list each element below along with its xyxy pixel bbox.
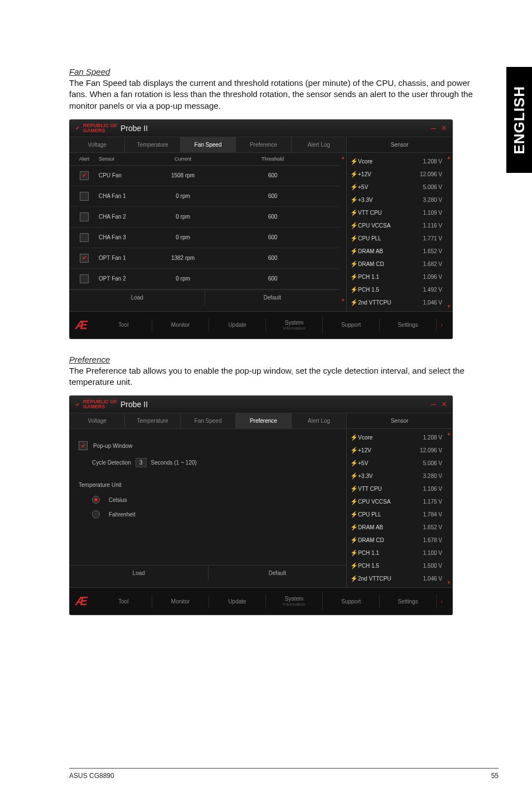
alert-checkbox[interactable] [80,274,89,283]
fan-speed-heading: Fan Speed [69,67,476,76]
sensor-row: ⚡2nd VTTCPU1.046 V [347,572,446,585]
alert-checkbox[interactable] [80,233,89,242]
bolt-icon: ⚡ [350,549,358,557]
fan-row: ✔CPU Fan1508 rpm600 [70,166,340,186]
fan-sensor-name: OPT Fan 2 [96,276,158,282]
footer-sysinfo-l1: System [285,320,303,326]
footer-sysinfo[interactable]: System Information [266,316,323,334]
fan-threshold-value[interactable]: 600 [208,234,337,240]
footer-monitor[interactable]: Monitor [152,318,209,331]
sensor-name: 2nd VTTCPU [358,299,411,306]
scroll-up-icon[interactable]: ▲ [447,431,451,436]
bolt-icon: ⚡ [350,524,358,531]
col-alert-header: Alert [72,156,96,162]
bolt-icon: ⚡ [350,260,358,268]
sensor-name: Vcore [358,434,411,441]
alert-checkbox[interactable]: ✔ [80,254,89,263]
tab-temperature[interactable]: Temperature [125,137,180,152]
tab-fan-speed[interactable]: Fan Speed [181,413,236,428]
popup-checkbox[interactable]: ✔ [79,441,88,450]
fan-threshold-value[interactable]: 600 [208,193,337,199]
footer-tool[interactable]: Tool [95,318,152,331]
sensor-scrollbar[interactable]: ▲ ▼ [446,153,452,311]
col-sensor-header: Sensor [96,156,158,162]
tab-alert-log[interactable]: Alert Log [292,413,346,428]
sensor-value: 5.006 V [411,184,442,190]
sensor-value: 3.280 V [411,197,442,203]
sensor-scrollbar[interactable]: ▲ ▼ [446,429,452,587]
fahrenheit-radio[interactable] [92,510,100,518]
sensor-row: ⚡+12V12.096 V [347,168,446,181]
celsius-radio[interactable] [92,496,100,504]
footer-update[interactable]: Update [209,595,266,608]
default-button[interactable]: Default [209,566,347,581]
close-button[interactable]: × [442,123,447,133]
fan-sensor-name: CPU Fan [96,172,158,178]
tab-preference[interactable]: Preference [236,137,291,152]
sensor-row: ⚡DRAM CD1.682 V [347,258,446,270]
load-button[interactable]: Load [70,290,205,305]
scroll-up-icon[interactable]: ▲ [447,155,451,160]
footer-support[interactable]: Support [323,595,380,608]
alert-checkbox[interactable]: ✔ [80,171,89,180]
scroll-down-icon[interactable]: ▼ [341,298,345,303]
minimize-button[interactable]: – [431,399,436,409]
fahrenheit-row[interactable]: Fahrenheit [78,507,338,521]
sensor-name: DRAM AB [358,248,411,254]
footer-chevron-icon[interactable]: › [437,598,447,605]
footer-product: ASUS CG8890 [69,772,114,780]
tab-voltage[interactable]: Voltage [70,413,125,428]
fan-threshold-value[interactable]: 600 [208,172,337,178]
sensor-panel-header: Sensor [347,137,452,153]
close-button[interactable]: × [442,399,447,409]
main-tabs: Voltage Temperature Fan Speed Preference… [70,137,346,153]
footer-update[interactable]: Update [209,318,266,331]
footer-tool[interactable]: Tool [95,595,152,608]
scroll-up-icon[interactable]: ▲ [341,155,345,160]
scrollbar[interactable]: ▲ ▼ [340,153,346,305]
fan-row: ✔OPT Fan 11382 rpm600 [70,248,340,269]
sensor-value: 1.784 V [411,511,442,518]
fan-speed-description: The Fan Speed tab displays the current a… [69,78,476,112]
footer-support[interactable]: Support [323,318,380,331]
fan-threshold-value[interactable]: 600 [208,255,337,261]
footer-settings[interactable]: Settings [380,595,437,608]
app-title: Probe II [120,124,148,133]
footer-settings[interactable]: Settings [380,318,437,331]
footer-sysinfo[interactable]: System Information [266,592,323,610]
sensor-row: ⚡Vcore1.208 V [347,155,446,168]
sensor-row: ⚡Vcore1.208 V [347,431,446,444]
footer-chevron-icon[interactable]: › [437,322,447,328]
bolt-icon: ⚡ [350,196,358,204]
sensor-row: ⚡CPU PLL1.784 V [347,508,446,521]
tab-temperature[interactable]: Temperature [125,413,180,428]
scroll-down-icon[interactable]: ▼ [447,304,451,309]
celsius-row[interactable]: Celsius [78,492,338,507]
fan-threshold-value[interactable]: 600 [208,276,337,282]
load-button[interactable]: Load [70,566,209,581]
fan-current-value: 1382 rpm [158,255,208,261]
sensor-value: 1.046 V [411,576,442,582]
minimize-button[interactable]: – [431,123,436,133]
tab-preference[interactable]: Preference [236,413,291,428]
sensor-row: ⚡CPU VCCSA1.116 V [347,219,446,232]
fan-sensor-name: CHA Fan 2 [96,214,158,220]
col-current-header: Current [158,156,208,162]
bolt-icon: ⚡ [350,286,358,293]
tab-voltage[interactable]: Voltage [70,137,125,152]
sensor-name: CPU VCCSA [358,499,411,505]
popup-window-row[interactable]: ✔ Pop-up Window [78,437,338,455]
sensor-row: ⚡PCH 1.51.492 V [347,283,446,296]
scroll-down-icon[interactable]: ▼ [447,580,451,585]
cycle-value-dropdown[interactable]: 3 [136,458,147,467]
fan-threshold-value[interactable]: 600 [208,214,337,220]
bolt-icon: ⚡ [350,537,358,544]
alert-checkbox[interactable] [80,192,89,201]
default-button[interactable]: Default [205,290,340,305]
tab-alert-log[interactable]: Alert Log [292,137,346,152]
alert-checkbox[interactable] [80,212,89,221]
language-tab: ENGLISH [506,67,532,173]
tab-fan-speed[interactable]: Fan Speed [181,137,236,152]
sensor-value: 1.492 V [411,287,442,293]
footer-monitor[interactable]: Monitor [152,595,209,608]
